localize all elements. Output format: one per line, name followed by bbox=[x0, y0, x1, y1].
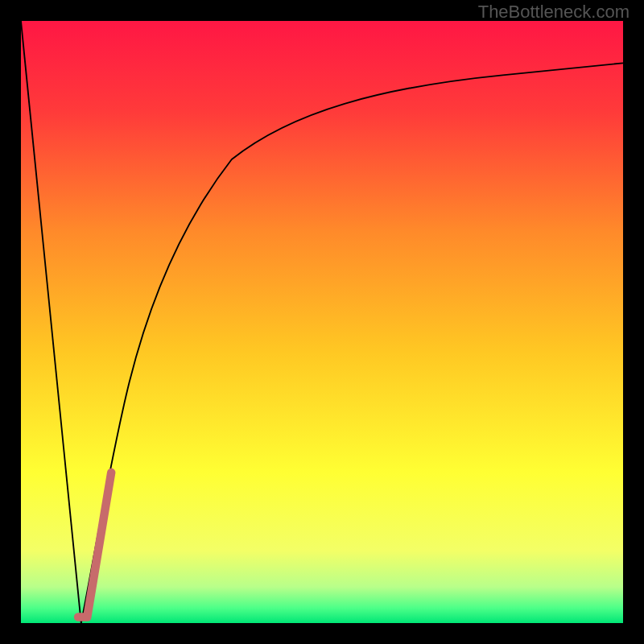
bottleneck-curve-left bbox=[21, 21, 81, 623]
bottleneck-curve-right bbox=[81, 63, 623, 623]
highlighted-segment bbox=[78, 473, 111, 617]
watermark-text: TheBottleneck.com bbox=[478, 2, 630, 23]
chart-curves bbox=[21, 21, 623, 623]
plot-area bbox=[21, 21, 623, 623]
